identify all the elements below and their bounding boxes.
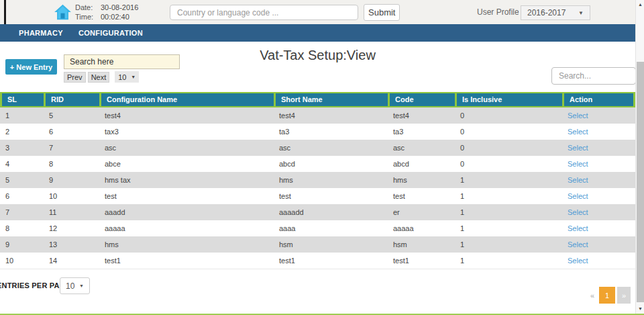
cell-rid: 11 [44,204,99,220]
select-link[interactable]: Select [568,128,588,136]
cell-short-name: hsm [274,236,388,253]
cell-configuration-name: abce [99,156,274,172]
pagination-page-1-button[interactable]: 1 [599,287,615,304]
cell-rid: 10 [44,188,99,204]
column-header-code: Code [388,93,455,106]
select-link[interactable]: Select [568,224,588,232]
column-header-action: Action [562,93,635,106]
submit-button[interactable]: Submit [364,4,400,21]
cell-is-inclusive: 0 [455,124,562,140]
select-link[interactable]: Select [568,192,588,200]
select-link[interactable]: Select [568,208,588,216]
user-profile-label: User Profile [477,7,519,17]
scroll-up-icon[interactable]: ▲ [636,1,644,9]
window-left-edge [4,0,6,24]
entries-per-page-select[interactable]: 10 ▼ [60,277,90,294]
cell-is-inclusive: 1 [455,172,562,188]
cell-action: Select [562,172,635,188]
column-header-configuration-name: Configuration Name [99,93,274,106]
user-profile-dropdown[interactable]: User Profile ▾ [477,7,525,17]
top-header: Date: 30-08-2016 Time: 00:02:40 Submit U… [0,0,635,24]
cell-action: Select [562,236,635,253]
cell-is-inclusive: 1 [455,188,562,204]
cell-sl: 9 [0,236,44,253]
select-link[interactable]: Select [568,176,588,184]
pagination-next-button[interactable]: » [617,287,631,304]
table-row: 6 10 test test test 1 Select [0,188,635,204]
cell-action: Select [562,253,635,269]
select-link[interactable]: Select [568,160,588,168]
cell-sl: 6 [0,188,44,204]
cell-is-inclusive: 0 [455,107,562,124]
nav-item-configuration[interactable]: CONFIGURATION [78,29,143,37]
cell-action: Select [562,220,635,236]
caret-down-icon: ▼ [79,283,84,288]
cell-short-name: aaaa [274,220,388,236]
cell-rid: 9 [44,172,99,188]
global-search-input[interactable] [170,5,358,20]
select-link[interactable]: Select [568,144,588,152]
scrollbar-thumb[interactable] [637,62,644,302]
column-header-is-inclusive: Is Inclusive [455,93,562,106]
vat-tax-table: SL RID Configuration Name Short Name Cod… [0,92,635,269]
nav-item-pharmacy[interactable]: PHARMACY [19,29,63,37]
cell-configuration-name: aaadd [99,204,274,220]
table-row: 1 5 test4 test4 test4 0 Select [0,107,635,124]
cell-short-name: test1 [274,253,388,269]
fiscal-year-value: 2016-2017 [527,8,566,17]
cell-rid: 5 [44,107,99,124]
scroll-down-icon[interactable]: ▼ [636,305,644,313]
select-link[interactable]: Select [568,240,588,249]
pagination-prev-icon[interactable]: « [590,291,594,300]
cell-configuration-name: aaaaa [99,220,274,236]
table-row: 8 12 aaaaa aaaa aaaaa 1 Select [0,220,635,236]
cell-code: asc [388,140,455,156]
table-row: 7 11 aaadd aaaadd er 1 Select [0,204,635,220]
cell-action: Select [562,204,635,220]
cell-action: Select [562,107,635,124]
select-link[interactable]: Select [568,257,588,265]
table-body: 1 5 test4 test4 test4 0 Select 2 6 tax3 … [0,107,635,269]
caret-down-icon: ▼ [131,75,136,79]
table-search-input[interactable] [551,67,636,85]
cell-short-name: ta3 [274,124,388,140]
time-label: Time: [75,12,95,21]
page-size-select[interactable]: 10 ▼ [115,71,139,83]
date-label: Date: [75,3,95,12]
cell-rid: 12 [44,220,99,236]
cell-configuration-name: test1 [99,253,274,269]
cell-is-inclusive: 1 [455,220,562,236]
cell-rid: 8 [44,156,99,172]
cell-configuration-name: asc [99,140,274,156]
cell-rid: 13 [44,236,99,253]
next-button[interactable]: Next [88,72,110,83]
cell-sl: 1 [0,107,44,124]
cell-sl: 2 [0,124,44,140]
column-header-rid: RID [44,93,99,106]
column-header-short-name: Short Name [274,93,388,106]
entries-per-page-value: 10 [66,281,74,291]
cell-configuration-name: test4 [99,107,274,124]
select-link[interactable]: Select [568,111,588,120]
cell-sl: 7 [0,204,44,220]
table-header-row: SL RID Configuration Name Short Name Cod… [0,92,635,107]
cell-action: Select [562,140,635,156]
time-value: 00:02:40 [101,12,129,21]
cell-code: aaaaa [388,220,455,236]
page-size-value: 10 [118,73,126,81]
cell-configuration-name: hms [99,236,274,253]
cell-short-name: abcd [274,156,388,172]
cell-configuration-name: tax3 [99,124,274,140]
cell-is-inclusive: 1 [455,204,562,220]
cell-sl: 10 [0,253,44,269]
home-icon[interactable] [54,3,72,21]
vertical-scrollbar[interactable]: ▲ ▼ [635,0,644,315]
table-row: 10 14 test1 test1 test1 1 Select [0,253,635,269]
cell-code: test4 [388,107,455,124]
page-title: Vat-Tax Setup:View [0,48,635,63]
cell-is-inclusive: 1 [455,253,562,269]
cell-action: Select [562,156,635,172]
fiscal-year-select[interactable]: 2016-2017 ▼ [521,5,590,20]
cell-rid: 6 [44,124,99,140]
prev-button[interactable]: Prev [64,72,86,83]
